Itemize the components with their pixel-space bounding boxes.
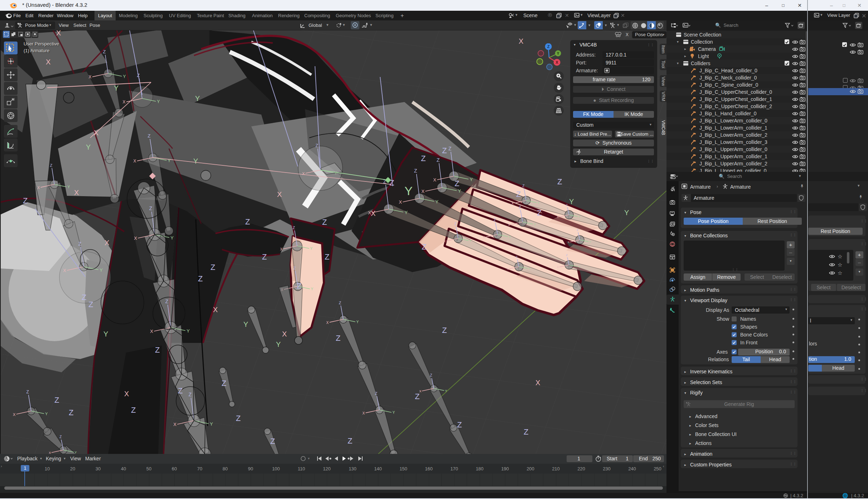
svg-text:Y: Y	[557, 52, 559, 55]
svg-text:X: X	[556, 60, 558, 64]
svg-text:Z: Z	[547, 44, 550, 49]
